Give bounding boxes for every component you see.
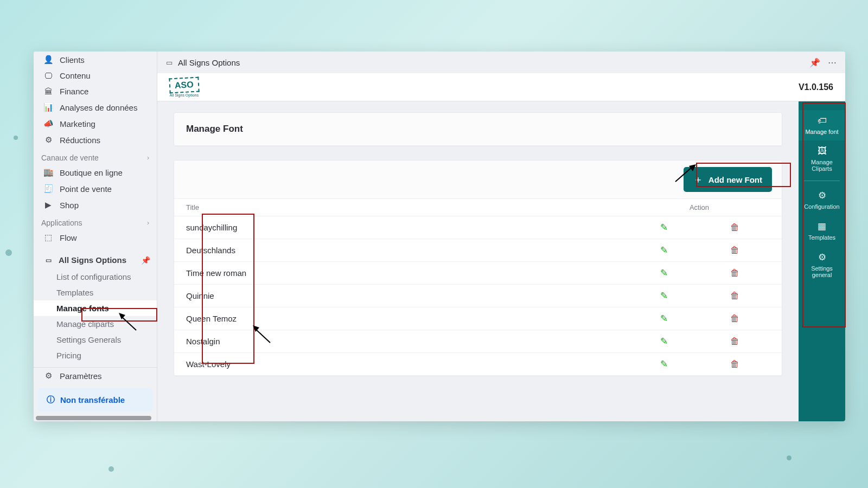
col-action: Action — [629, 203, 770, 211]
non-transferable-banner[interactable]: ⓘ Non transférable — [38, 388, 152, 412]
sidebar-sub-pricing[interactable]: Pricing — [34, 348, 157, 363]
rail-label: Configuration — [804, 203, 839, 210]
sidebar-sub-manage-fonts[interactable]: Manage fonts — [34, 300, 157, 316]
brand-logo: ASO All Signs Options — [169, 78, 199, 97]
image-icon: 🖼 — [818, 146, 827, 157]
chevron-right-icon: › — [147, 154, 149, 162]
font-title: sundaychilling — [186, 223, 629, 232]
font-title: Nostalgin — [186, 337, 629, 346]
table-row: Queen Temoz✎🗑 — [174, 307, 782, 330]
content: Manage Font ＋ Add new Font Title Action … — [157, 101, 799, 421]
edit-icon[interactable]: ✎ — [660, 268, 668, 278]
flow-icon: ⬚ — [43, 233, 53, 242]
info-icon: ⓘ — [47, 395, 55, 405]
edit-icon[interactable]: ✎ — [660, 245, 668, 255]
pin-icon[interactable]: 📌 — [141, 256, 150, 265]
edit-icon[interactable]: ✎ — [660, 222, 668, 233]
delete-icon[interactable]: 🗑 — [730, 291, 739, 301]
sidebar-item-label: All Signs Options — [59, 255, 126, 265]
table-header: Title Action — [174, 199, 782, 216]
table-row: sundaychilling✎🗑 — [174, 216, 782, 239]
table-row: Quinnie✎🗑 — [174, 285, 782, 307]
sidebar-item-analytics[interactable]: 📊 Analyses de données — [34, 99, 157, 115]
app-window: 👤 Clients 🖵 Contenu 🏛 Finance 📊 Analyses… — [34, 52, 845, 421]
rail-settings-general[interactable]: ⚙ Settings general — [799, 246, 845, 284]
edit-icon[interactable]: ✎ — [660, 359, 668, 369]
col-title: Title — [186, 203, 629, 211]
delete-icon[interactable]: 🗑 — [730, 268, 739, 278]
sidebar-item-finance[interactable]: 🏛 Finance — [34, 84, 157, 99]
delete-icon[interactable]: 🗑 — [730, 222, 739, 233]
sidebar-sub-settings-generals[interactable]: Settings Generals — [34, 332, 157, 348]
scrollbar[interactable] — [36, 416, 151, 420]
megaphone-icon: 📣 — [43, 119, 53, 129]
sidebar-item-reductions[interactable]: ⚙ Réductions — [34, 132, 157, 148]
version-label: V1.0.156 — [799, 82, 833, 92]
sidebar-item-label: Contenu — [60, 71, 91, 80]
sidebar-item-parametres[interactable]: ⚙ Paramètres — [34, 368, 157, 384]
add-new-font-button[interactable]: ＋ Add new Font — [684, 167, 772, 192]
store-icon: 🏬 — [43, 168, 53, 177]
section-label: Applications — [41, 219, 82, 227]
table-row: Time new roman✎🗑 — [174, 262, 782, 285]
sidebar-item-clients[interactable]: 👤 Clients — [34, 52, 157, 68]
rail-label: Manage Cliparts — [801, 159, 843, 172]
logo-text: ASO — [169, 76, 199, 93]
font-title: Time new roman — [186, 268, 629, 278]
banner-label: Non transférable — [60, 395, 125, 404]
chevron-right-icon: › — [147, 219, 149, 227]
sidebar-section-apps[interactable]: Applications › — [34, 213, 157, 229]
rail-configuration[interactable]: ⚙ Configuration — [799, 184, 845, 215]
sidebar-sub-templates[interactable]: Templates — [34, 285, 157, 300]
sidebar-item-label: Shop — [60, 201, 79, 210]
table-row: Deutschlands✎🗑 — [174, 239, 782, 262]
sidebar-item-label: Paramètres — [60, 371, 102, 381]
plus-icon: ＋ — [693, 173, 703, 186]
logo-subtitle: All Signs Options — [169, 93, 199, 97]
sidebar-sub-manage-cliparts[interactable]: Manage cliparts — [34, 316, 157, 332]
rail-templates[interactable]: ▦ Templates — [799, 215, 845, 246]
monitor-icon: 🖵 — [43, 71, 53, 80]
sidebar-item-shop[interactable]: ▶ Shop — [34, 197, 157, 213]
delete-icon[interactable]: 🗑 — [730, 245, 739, 255]
sidebar-item-flow[interactable]: ⬚ Flow — [34, 229, 157, 246]
delete-icon[interactable]: 🗑 — [730, 313, 739, 324]
rail-manage-cliparts[interactable]: 🖼 Manage Cliparts — [799, 140, 845, 177]
sidebar-item-label: Flow — [60, 233, 77, 242]
chart-icon: 📊 — [43, 102, 53, 112]
more-icon[interactable]: ⋯ — [828, 57, 837, 68]
font-icon: 🏷 — [818, 115, 827, 126]
sidebar-item-label: Point de vente — [60, 184, 112, 194]
delete-icon[interactable]: 🗑 — [730, 359, 739, 369]
app-icon: ▭ — [166, 59, 173, 67]
manage-font-card: Manage Font — [174, 112, 782, 146]
sidebar-item-contenu[interactable]: 🖵 Contenu — [34, 68, 157, 84]
edit-icon[interactable]: ✎ — [660, 336, 668, 346]
sidebar-item-label: Réductions — [60, 136, 100, 145]
table-toolbar: ＋ Add new Font — [174, 160, 782, 199]
rail-manage-font[interactable]: 🏷 Manage font — [799, 110, 845, 140]
font-title: Deutschlands — [186, 246, 629, 255]
sidebar-item-all-signs-options[interactable]: ▭ All Signs Options 📌 — [34, 251, 157, 269]
rail-label: Settings general — [801, 265, 843, 278]
pin-icon[interactable]: 📌 — [809, 57, 820, 68]
rail-label: Manage font — [805, 129, 838, 135]
sidebar-item-label: Analyses de données — [60, 103, 137, 112]
sidebar-item-marketing[interactable]: 📣 Marketing — [34, 115, 157, 132]
sidebar-item-pos[interactable]: 🧾 Point de vente — [34, 181, 157, 197]
sidebar-item-boutique[interactable]: 🏬 Boutique en ligne — [34, 164, 157, 181]
font-title: Queen Temoz — [186, 314, 629, 323]
edit-icon[interactable]: ✎ — [660, 291, 668, 301]
sidebar-item-label: Boutique en ligne — [60, 168, 123, 177]
delete-icon[interactable]: 🗑 — [730, 336, 739, 346]
sidebar: 👤 Clients 🖵 Contenu 🏛 Finance 📊 Analyses… — [34, 52, 157, 421]
grid-icon: ▦ — [818, 221, 826, 232]
gear-icon: ⚙ — [818, 252, 826, 263]
rail-separator — [804, 181, 840, 181]
gear-icon: ⚙ — [43, 135, 53, 145]
rail-label: Templates — [808, 234, 835, 241]
sidebar-sub-configs[interactable]: List of configurations — [34, 269, 157, 285]
section-label: Canaux de vente — [41, 153, 99, 162]
sidebar-section-sales[interactable]: Canaux de vente › — [34, 148, 157, 164]
edit-icon[interactable]: ✎ — [660, 313, 668, 324]
